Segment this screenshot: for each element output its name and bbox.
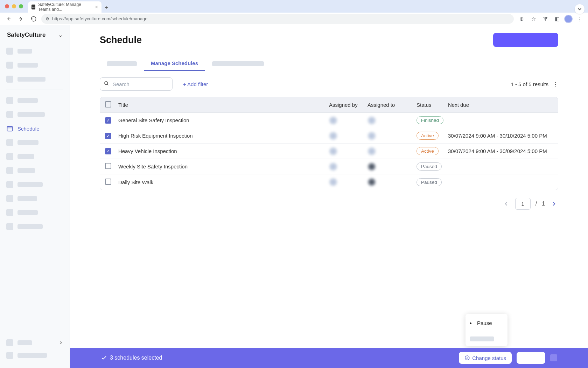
tab-overflow-button[interactable] (575, 4, 584, 14)
browser-tab[interactable]: sc SafetyCulture: Manage Teams and... × (28, 1, 102, 13)
search-box (100, 77, 173, 91)
tab-favicon: sc (31, 5, 35, 9)
avatar-assigned-to (368, 147, 376, 155)
row-checkbox[interactable]: ✓ (105, 133, 111, 139)
sidebar-brand[interactable]: SafetyCulture ⌄ (0, 32, 70, 44)
add-filter-button[interactable]: + Add filter (183, 81, 208, 87)
avatar-assigned-by (329, 116, 337, 125)
profile-avatar[interactable] (564, 15, 573, 23)
page-input[interactable] (515, 198, 531, 210)
tab-strip: sc SafetyCulture: Manage Teams and... × … (0, 0, 588, 13)
col-header-status[interactable]: Status (416, 102, 448, 108)
main-content: Schedule Manage Schedules + Add filter 1… (70, 25, 588, 368)
minimize-window-button[interactable] (12, 4, 16, 8)
tab-title: SafetyCulture: Manage Teams and... (38, 2, 92, 12)
sidebar-item-skeleton (6, 150, 63, 164)
page-separator: / (536, 201, 537, 207)
col-header-next-due[interactable]: Next due (448, 102, 553, 108)
table-row[interactable]: Daily Site Walk Paused (100, 174, 558, 190)
sidebar-item-skeleton (6, 44, 63, 58)
address-bar[interactable]: ⚙ https://app.safetyculture.com/schedule… (41, 14, 514, 24)
more-options-icon[interactable]: ⋮ (553, 81, 558, 88)
prev-page-button[interactable] (502, 200, 510, 208)
table-header: Title Assigned by Assigned to Status Nex… (100, 97, 558, 113)
avatar-assigned-to (368, 116, 376, 125)
row-checkbox[interactable] (105, 163, 111, 169)
row-checkbox[interactable] (105, 179, 111, 185)
row-title: Weekly Site Safety Inspection (118, 164, 329, 169)
tab-skeleton[interactable] (205, 57, 271, 71)
chevron-down-icon: ⌄ (58, 32, 63, 38)
pagination: / 1 (88, 198, 558, 210)
back-button[interactable] (4, 14, 13, 24)
page-total: 1 (542, 201, 545, 207)
bookmark-icon[interactable]: ☆ (528, 14, 538, 24)
calendar-icon (6, 125, 13, 132)
site-settings-icon[interactable]: ⚙ (46, 16, 49, 21)
sidebar-item-skeleton (6, 164, 63, 178)
search-icon (104, 81, 109, 87)
dropdown-item-pause[interactable]: Pause (470, 319, 503, 327)
row-next-due: 30/07/2024 9:00 AM - 30/10/2024 5:00 PM (448, 133, 553, 139)
sidebar: SafetyCulture ⌄ Schedule (0, 25, 70, 368)
avatar-assigned-by (329, 132, 337, 140)
sidebar-item-skeleton (6, 58, 63, 72)
results-count: 1 - 5 of 5 results (511, 81, 548, 87)
row-title: Heavy Vehicle Inspection (118, 148, 329, 154)
svg-point-6 (105, 82, 108, 85)
sidebar-item-skeleton (6, 220, 63, 234)
side-panel-icon[interactable]: ◧ (552, 14, 562, 24)
status-dropdown-menu: Pause (465, 314, 507, 346)
new-tab-button[interactable]: + (102, 3, 111, 13)
table-row[interactable]: ✓ Heavy Vehicle Inspection Active 30/07/… (100, 144, 558, 159)
search-input[interactable] (100, 77, 173, 91)
next-page-button[interactable] (550, 200, 558, 208)
row-checkbox[interactable]: ✓ (105, 117, 111, 124)
action-chip-skeleton[interactable] (517, 352, 545, 364)
avatar-assigned-by (329, 147, 337, 155)
table-row[interactable]: ✓ General Site Safety Inspection Finishe… (100, 113, 558, 128)
row-title: Daily Site Walk (118, 179, 329, 185)
browser-chrome: sc SafetyCulture: Manage Teams and... × … (0, 0, 588, 25)
sidebar-item-schedule[interactable]: Schedule (6, 121, 63, 136)
window-controls (5, 4, 23, 8)
extensions-icon[interactable]: ⧩ (540, 14, 550, 24)
tabs: Manage Schedules (100, 57, 558, 71)
sidebar-item-label: Schedule (18, 126, 40, 132)
table-row[interactable]: ✓ High Risk Equipment Inspection Active … (100, 128, 558, 144)
col-header-assigned-to[interactable]: Assigned to (368, 102, 416, 108)
action-square-skeleton[interactable] (550, 354, 557, 361)
check-circle-icon (464, 355, 470, 361)
table-row[interactable]: Weekly Site Safety Inspection Paused (100, 159, 558, 174)
tab-skeleton[interactable] (100, 57, 144, 71)
dropdown-item-skeleton (470, 336, 494, 341)
sidebar-item-skeleton (6, 93, 63, 107)
sidebar-footer-item[interactable] (6, 336, 63, 349)
col-header-title[interactable]: Title (118, 102, 329, 108)
sidebar-item-skeleton (6, 206, 63, 220)
row-title: General Site Safety Inspection (118, 117, 329, 123)
tab-label: Manage Schedules (151, 60, 198, 66)
status-badge: Active (416, 132, 439, 140)
status-badge: Active (416, 147, 439, 155)
avatar-assigned-by (329, 178, 337, 186)
select-all-checkbox[interactable] (105, 101, 111, 107)
sidebar-footer-item (6, 349, 63, 362)
browser-menu-icon[interactable]: ⋮ (575, 14, 584, 24)
forward-button[interactable] (16, 14, 26, 24)
sidebar-item-skeleton (6, 107, 63, 121)
browser-toolbar: ⚙ https://app.safetyculture.com/schedule… (0, 13, 588, 25)
sidebar-item-skeleton (6, 178, 63, 192)
tab-manage-schedules[interactable]: Manage Schedules (144, 57, 205, 71)
zoom-icon[interactable]: ⊕ (517, 14, 526, 24)
close-window-button[interactable] (5, 4, 9, 8)
maximize-window-button[interactable] (19, 4, 23, 8)
change-status-button[interactable]: Change status (459, 352, 512, 364)
status-badge: Finished (416, 116, 443, 124)
close-tab-icon[interactable]: × (95, 4, 98, 10)
reload-button[interactable] (29, 14, 38, 24)
primary-action-button[interactable] (493, 33, 558, 47)
avatar-assigned-to (368, 162, 376, 171)
row-checkbox[interactable]: ✓ (105, 148, 111, 154)
col-header-assigned-by[interactable]: Assigned by (329, 102, 368, 108)
